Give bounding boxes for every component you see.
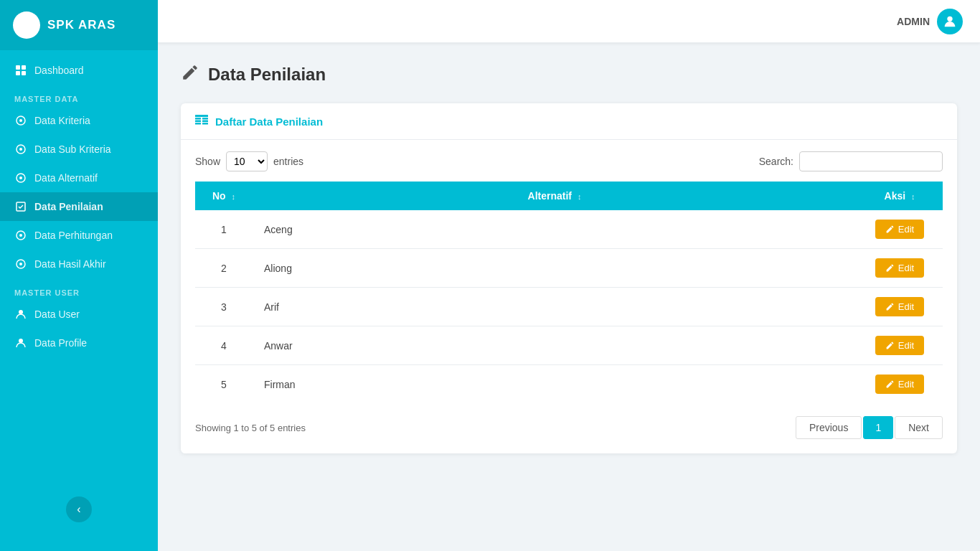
edit-button[interactable]: Edit (875, 336, 924, 355)
sidebar-item-label: Data User (34, 309, 80, 320)
cell-aksi: Edit (857, 249, 943, 288)
sidebar-item-label: Data Profile (34, 337, 87, 349)
svg-point-17 (19, 339, 23, 343)
edit-button[interactable]: Edit (875, 258, 924, 278)
cell-no: 3 (195, 288, 253, 326)
table-row: 1 Aceng Edit (195, 210, 943, 249)
svg-rect-2 (22, 65, 26, 70)
previous-button[interactable]: Previous (796, 416, 862, 439)
sidebar-item-data-perhitungan[interactable]: Data Perhitungan (0, 221, 158, 250)
sidebar-item-label: Data Kriteria (34, 115, 90, 126)
col-no[interactable]: No ↕ (195, 182, 253, 210)
content-area: Data Penilaian Daftar Data Penilaian (158, 43, 980, 551)
svg-rect-21 (202, 118, 208, 120)
search-input[interactable] (799, 151, 943, 171)
sidebar-item-data-hasil-akhir[interactable]: Data Hasil Akhir (0, 250, 158, 278)
edit-button[interactable]: Edit (875, 375, 924, 394)
card-body: Show 10 25 50 100 entries Search: (181, 140, 957, 453)
sidebar-item-data-kriteria[interactable]: Data Kriteria (0, 106, 158, 135)
hasil-icon (14, 258, 27, 270)
pagination-buttons: Previous 1 Next (796, 416, 943, 439)
card-header: Daftar Data Penilaian (181, 103, 957, 140)
sidebar-item-data-sub-kriteria[interactable]: Data Sub Kriteria (0, 135, 158, 164)
sidebar-item-label: Data Sub Kriteria (34, 143, 111, 155)
svg-rect-3 (16, 71, 20, 75)
search-label: Search: (759, 156, 793, 167)
cell-aksi: Edit (857, 288, 943, 326)
penilaian-icon (14, 200, 27, 213)
cell-alternatif: Arif (253, 288, 857, 326)
svg-point-8 (19, 148, 22, 151)
topbar: ADMIN (158, 0, 980, 43)
page-1-button[interactable]: 1 (863, 416, 893, 439)
svg-rect-1 (16, 65, 20, 70)
section-master-data: MASTER DATA (0, 85, 158, 106)
sub-kriteria-icon (14, 143, 27, 156)
col-alternatif[interactable]: Alternatif ↕ (253, 182, 857, 210)
section-master-user: MASTER USER (0, 278, 158, 300)
table-row: 2 Aliong Edit (195, 249, 943, 288)
svg-rect-20 (195, 118, 201, 120)
chevron-left-icon: ‹ (77, 503, 80, 516)
app-name: SPK ARAS (47, 18, 116, 32)
table-row: 3 Arif Edit (195, 288, 943, 326)
sidebar-item-label: Dashboard (34, 65, 84, 76)
cell-no: 5 (195, 365, 253, 404)
sidebar-item-data-alternatif[interactable]: Data Alternatif (0, 164, 158, 192)
sort-icon-aksi: ↕ (911, 192, 915, 201)
svg-point-18 (947, 16, 952, 21)
sidebar-item-label: Data Hasil Akhir (34, 258, 106, 270)
search-box: Search: (759, 151, 943, 171)
edit-icon (181, 63, 199, 86)
col-aksi[interactable]: Aksi ↕ (857, 182, 943, 210)
sort-icon-no: ↕ (232, 192, 236, 201)
table-controls: Show 10 25 50 100 entries Search: (195, 151, 943, 171)
table-icon (195, 115, 208, 128)
card-title: Daftar Data Penilaian (215, 116, 323, 128)
topbar-user: ADMIN (897, 9, 963, 34)
avatar (937, 9, 963, 34)
pagination-info: Showing 1 to 5 of 5 entries (195, 423, 306, 433)
alternatif-icon (14, 171, 27, 184)
sidebar-item-label: Data Perhitungan (34, 230, 113, 241)
svg-rect-25 (202, 123, 208, 125)
cell-no: 4 (195, 326, 253, 365)
sidebar-item-data-penilaian[interactable]: Data Penilaian (0, 192, 158, 221)
cell-alternatif: Anwar (253, 326, 857, 365)
table-row: 4 Anwar Edit (195, 326, 943, 365)
svg-rect-22 (195, 121, 201, 123)
cell-aksi: Edit (857, 365, 943, 404)
sidebar-logo[interactable]: SPK ARAS (0, 0, 158, 50)
cell-alternatif: Aliong (253, 249, 857, 288)
sidebar-item-label: Data Penilaian (34, 201, 103, 212)
sidebar-item-data-user[interactable]: Data User (0, 300, 158, 329)
edit-button[interactable]: Edit (875, 220, 924, 239)
entries-select[interactable]: 10 25 50 100 (226, 151, 268, 171)
svg-rect-19 (195, 115, 208, 117)
logo-icon (13, 11, 40, 39)
sidebar-collapse-button[interactable]: ‹ (66, 496, 92, 522)
dashboard-icon (14, 64, 27, 77)
perhitungan-icon (14, 229, 27, 242)
sidebar-item-dashboard[interactable]: Dashboard (0, 56, 158, 85)
data-card: Daftar Data Penilaian Show 10 25 50 100 … (181, 103, 957, 453)
svg-rect-23 (202, 121, 208, 123)
username-label: ADMIN (897, 16, 930, 27)
user-icon (14, 308, 27, 321)
edit-button[interactable]: Edit (875, 297, 924, 316)
kriteria-icon (14, 114, 27, 127)
sidebar: SPK ARAS Dashboard MASTER DATA Data Krit… (0, 0, 158, 551)
sort-icon-alternatif: ↕ (578, 192, 582, 201)
svg-rect-24 (195, 123, 201, 125)
svg-point-15 (19, 263, 22, 265)
data-table: No ↕ Alternatif ↕ Aksi ↕ (195, 182, 943, 403)
next-button[interactable]: Next (895, 416, 943, 439)
sidebar-item-data-profile[interactable]: Data Profile (0, 329, 158, 357)
page-title-row: Data Penilaian (181, 63, 957, 86)
pagination-row: Showing 1 to 5 of 5 entries Previous 1 N… (195, 416, 943, 439)
svg-point-16 (19, 310, 23, 314)
main-content: ADMIN Data Penilaian (158, 0, 980, 551)
cell-aksi: Edit (857, 210, 943, 249)
cell-no: 2 (195, 249, 253, 288)
page-title: Data Penilaian (208, 65, 326, 85)
